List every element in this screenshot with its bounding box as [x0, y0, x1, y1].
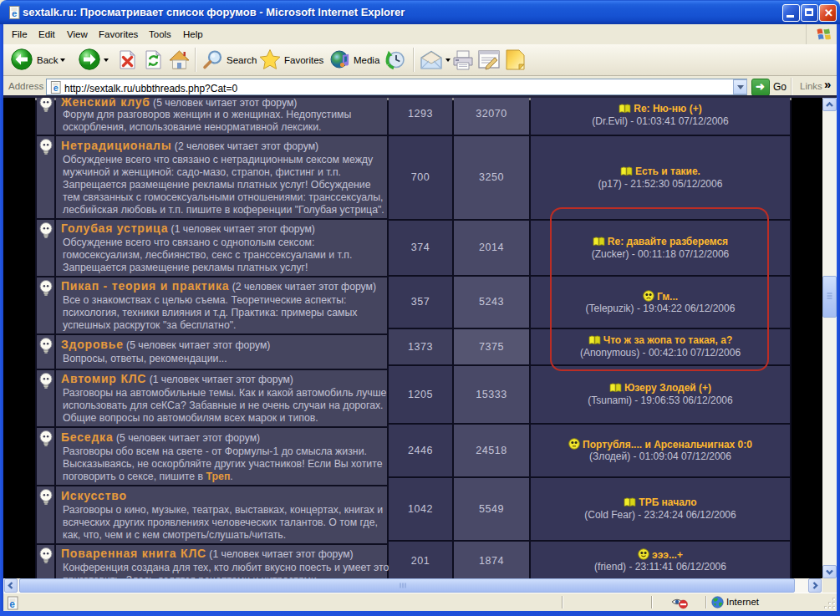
svg-text:e: e — [12, 8, 17, 18]
svg-text:e: e — [53, 83, 59, 93]
svg-text:e: e — [9, 598, 15, 610]
